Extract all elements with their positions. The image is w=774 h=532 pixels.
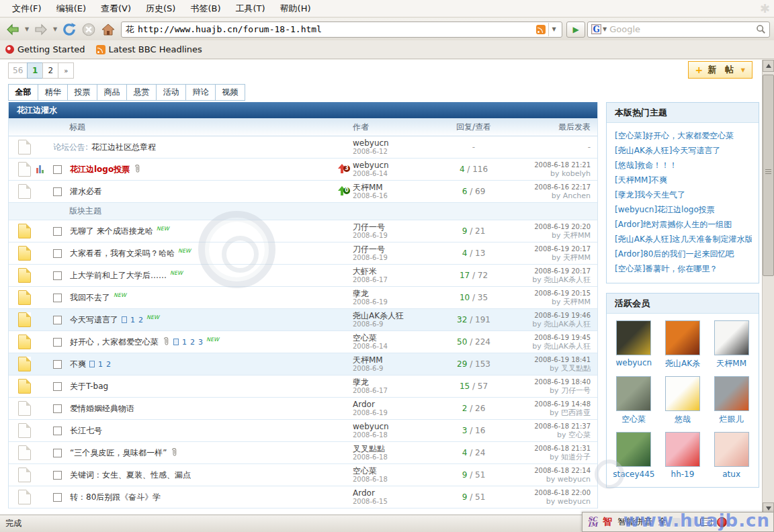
topic-title-link[interactable]: 长江七号 <box>70 425 102 437</box>
hot-topic-link[interactable]: [Ardor]绝对震撼你人生的一组图 <box>615 217 752 232</box>
topic-checkbox[interactable] <box>53 427 62 435</box>
avatar[interactable] <box>714 376 749 411</box>
member-name-link[interactable]: 空心菜 <box>621 414 646 425</box>
topic-checkbox[interactable] <box>53 360 62 369</box>
avatar[interactable] <box>616 320 651 355</box>
page-links[interactable]: 12 <box>122 316 143 324</box>
author-name[interactable]: 尧山AK杀人狂 <box>353 312 439 320</box>
hot-topic-link[interactable]: [尧山AK杀人狂]今天写遗言了 <box>615 143 752 158</box>
lastpost-author[interactable]: 刀仔一号 <box>561 386 591 395</box>
topic-title-link[interactable]: 关于T-bag <box>70 381 108 392</box>
hot-topic-link[interactable]: [webyucn]花江边logo投票 <box>615 202 752 217</box>
page-number-link[interactable]: 1 <box>182 338 187 347</box>
tab-活动[interactable]: 活动 <box>156 84 186 101</box>
menu-item-5[interactable]: 工具(T) <box>229 1 272 17</box>
ime-toolbar[interactable]: SCIM 智 智能拼音 全 <box>582 512 774 532</box>
topic-title-link[interactable]: 灌水必看 <box>70 186 102 197</box>
topic-checkbox[interactable] <box>53 165 62 174</box>
lastpost-author[interactable]: webyucn <box>558 475 591 484</box>
topic-checkbox[interactable] <box>53 271 62 280</box>
reload-button[interactable] <box>60 21 78 38</box>
page-link-1[interactable]: 1 <box>27 62 43 79</box>
topic-title-link[interactable]: 好开心，大家都爱空心菜 <box>70 337 159 348</box>
url-text[interactable]: http://www.huajb.cn/forum-18-1.html <box>138 24 536 34</box>
author-name[interactable]: 叉叉點點 <box>353 445 439 453</box>
author-name[interactable]: webyucn <box>353 139 439 148</box>
hot-topic-link[interactable]: [空心菜]番薯叶，你在哪里？ <box>615 261 752 276</box>
author-name[interactable]: 空心菜 <box>353 467 439 476</box>
lastpost-author[interactable]: 天枰MM <box>563 253 591 262</box>
new-post-button[interactable]: + 新 帖 ▼ <box>688 61 752 79</box>
lastpost-author[interactable]: 巴西路亚 <box>561 408 591 417</box>
avatar[interactable] <box>714 320 749 355</box>
lastpost-author[interactable]: 尧山AK杀人狂 <box>544 320 591 328</box>
lastpost-author[interactable]: 尧山AK杀人狂 <box>544 342 591 351</box>
topic-checkbox[interactable] <box>53 493 62 502</box>
lastpost-author[interactable]: 天枰MM <box>563 298 591 306</box>
avatar[interactable] <box>616 376 651 411</box>
topic-title-link[interactable]: “三个臭皮匠，臭味都一样” <box>70 447 167 459</box>
menu-item-6[interactable]: 帮助(H) <box>273 1 318 17</box>
keyboard-icon[interactable] <box>700 518 712 526</box>
url-history-dropdown[interactable]: ▼ <box>548 23 559 36</box>
bookmark-item-1[interactable]: Latest BBC Headlines <box>96 44 202 54</box>
tab-投票[interactable]: 投票 <box>67 84 97 101</box>
ime-fullwidth-toggle[interactable]: 全 <box>658 516 666 528</box>
page-link-2[interactable]: 2 <box>42 62 58 79</box>
topic-title-link[interactable]: 爱情婚姻经典物语 <box>70 403 134 414</box>
lastpost-author[interactable]: 叉叉點點 <box>561 364 591 373</box>
go-button[interactable]: ▶ <box>566 21 585 38</box>
col-title[interactable]: 标题 <box>69 122 85 133</box>
member-name-link[interactable]: 天枰MM <box>716 358 746 369</box>
page-number-link[interactable]: 1 <box>130 316 135 324</box>
tab-悬赏[interactable]: 悬赏 <box>126 84 157 101</box>
hot-topic-link[interactable]: [Ardor]80后的我们一起来回忆吧 <box>615 247 752 261</box>
topic-title-link[interactable]: 花江边logo投票 <box>70 164 130 175</box>
hot-topic-link[interactable]: [天枰MM]不爽 <box>615 173 752 187</box>
url-bar[interactable]: 花 http://www.huajb.cn/forum-18-1.html ▼ <box>121 21 562 38</box>
page-number-link[interactable]: 2 <box>138 316 143 324</box>
col-lastpost[interactable]: 最后发表 <box>558 122 591 132</box>
topic-title-link[interactable]: 无聊了 来个成语接龙哈 <box>70 226 153 237</box>
page-number-link[interactable]: 2 <box>190 338 195 347</box>
lastpost-author[interactable]: Anchen <box>563 191 591 200</box>
lastpost-author[interactable]: 天枰MM <box>563 231 591 240</box>
magnifier-icon[interactable] <box>756 24 766 34</box>
menu-item-4[interactable]: 书签(B) <box>183 1 227 17</box>
avatar[interactable] <box>665 432 700 467</box>
avatar[interactable] <box>665 320 700 355</box>
scroll-up-button[interactable] <box>763 60 774 72</box>
topic-checkbox[interactable] <box>53 227 62 236</box>
topic-title-link[interactable]: 转：80后别跟《奋斗》学 <box>70 492 161 503</box>
topic-checkbox[interactable] <box>53 471 62 480</box>
forward-dropdown[interactable]: ▼ <box>52 21 58 38</box>
topic-checkbox[interactable] <box>53 294 62 302</box>
topic-checkbox[interactable] <box>53 382 62 391</box>
home-button[interactable] <box>99 21 117 38</box>
tab-视频[interactable]: 视频 <box>215 84 245 101</box>
topic-title-link[interactable]: 大家看看，我有文采吗？哈哈 <box>70 248 175 259</box>
hot-topic-link[interactable]: [尧山AK杀人狂]这几天准备制定灌水版 <box>615 232 752 247</box>
stop-button[interactable] <box>80 21 97 38</box>
topic-title-link[interactable]: 今天写遗言了 <box>70 314 118 326</box>
topic-checkbox[interactable] <box>53 338 62 347</box>
topic-checkbox[interactable] <box>53 249 62 258</box>
ime-option-icon[interactable] <box>686 518 695 527</box>
author-name[interactable]: webyucn <box>353 161 439 170</box>
topic-checkbox[interactable] <box>53 316 62 324</box>
ime-engine-icon[interactable]: 智 <box>603 516 612 528</box>
member-name-link[interactable]: atux <box>722 470 740 479</box>
lastpost-author[interactable]: 空心菜 <box>568 431 591 439</box>
author-name[interactable]: 孽龙 <box>353 378 439 387</box>
topic-title-link[interactable]: 关键词：女生、夏装、性感、漏点 <box>70 470 191 481</box>
member-name-link[interactable]: 烂眼儿 <box>720 414 744 425</box>
page-link-»[interactable]: » <box>58 62 74 79</box>
rss-subscribe-icon[interactable] <box>536 25 546 34</box>
tab-精华[interactable]: 精华 <box>38 84 68 101</box>
member-name-link[interactable]: 尧山AK杀 <box>665 358 700 369</box>
topic-title-link[interactable]: 花江边社区总章程 <box>91 142 156 153</box>
digg-arrow-icon[interactable]: 3 <box>337 164 349 175</box>
author-name[interactable]: 大虾米 <box>353 267 439 276</box>
hot-topic-link[interactable]: [孽龙]我今天生气了 <box>615 187 752 202</box>
tab-辩论[interactable]: 辩论 <box>185 84 216 101</box>
